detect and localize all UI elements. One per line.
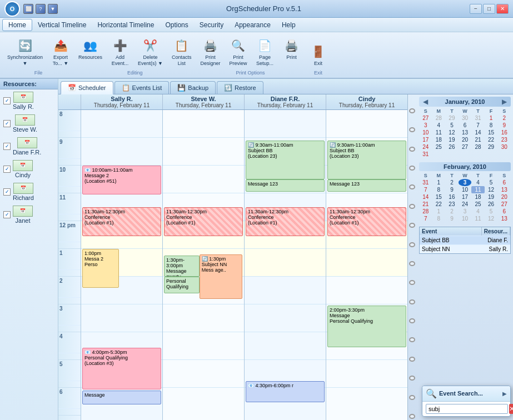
resource-richard[interactable]: ✓ 📅 Richard xyxy=(0,181,58,203)
jan-day[interactable] xyxy=(432,151,446,158)
jan-day[interactable]: 27 xyxy=(419,114,432,122)
feb-day[interactable]: 13 xyxy=(497,186,511,193)
jan-day[interactable]: 21 xyxy=(471,136,485,143)
jan-day[interactable]: 12 xyxy=(445,129,459,136)
add-event-button[interactable]: ➕ AddEvent... xyxy=(107,34,133,69)
feb-day[interactable]: 2 xyxy=(445,179,459,186)
menu-appearance[interactable]: Appearance xyxy=(229,19,276,31)
feb-day[interactable]: 25 xyxy=(471,201,485,208)
exit-button[interactable]: 🚪 Exit xyxy=(306,41,331,69)
event-sally-10am[interactable]: 📧 10:00am-11:00amMessage 2(Location #51) xyxy=(82,166,161,194)
feb-day[interactable]: 1 xyxy=(432,208,446,215)
prev-month-button[interactable]: ◀ xyxy=(421,98,430,106)
feb-selected[interactable]: 11 xyxy=(471,186,485,193)
event-list-row-subjectnn[interactable]: Subject NN Sally R. xyxy=(420,244,510,253)
feb-day[interactable]: 22 xyxy=(432,201,446,208)
feb-day[interactable]: 16 xyxy=(445,193,459,201)
delete-event-button[interactable]: ✂️ DeleteEvent(s) ▼ xyxy=(134,34,167,69)
jan-day[interactable]: 23 xyxy=(497,136,511,143)
jan-day[interactable]: 9 xyxy=(497,122,511,129)
event-sally-4pm[interactable]: 📧 4:00pm-5:30pmPersonal Qualifying(Locat… xyxy=(82,348,161,389)
scheduler-body[interactable]: 8 9 10 11 12 pm 1 2 3 4 5 6 xyxy=(58,110,407,420)
jan-day[interactable]: 15 xyxy=(485,129,498,136)
jan-day[interactable]: 25 xyxy=(432,143,446,151)
menu-options[interactable]: Options xyxy=(160,19,193,31)
feb-day[interactable]: 14 xyxy=(419,193,432,201)
jan-day[interactable]: 10 xyxy=(419,129,432,136)
jan-day[interactable]: 24 xyxy=(419,143,432,151)
feb-day[interactable]: 11 xyxy=(471,215,485,222)
feb-day[interactable]: 28 xyxy=(419,208,432,215)
resource-col-steve[interactable]: 11:30am-12:30pmConference(Location #1) 🔄… xyxy=(162,110,244,420)
feb-day[interactable]: 27 xyxy=(497,201,511,208)
jan-day[interactable]: 16 xyxy=(497,129,511,136)
feb-day[interactable]: 7 xyxy=(419,186,432,193)
feb-day[interactable]: 1 xyxy=(432,179,446,186)
feb-day[interactable]: 23 xyxy=(445,201,459,208)
tab-events-list[interactable]: 📋 Events List xyxy=(114,81,170,94)
tab-scheduler[interactable]: 📅 Scheduler xyxy=(61,81,113,94)
feb-day[interactable]: 10 xyxy=(459,215,472,222)
jan-day[interactable]: 30 xyxy=(497,143,511,151)
menu-home[interactable]: Home xyxy=(2,19,32,31)
jan-day[interactable]: 1 xyxy=(485,114,498,122)
feb-day[interactable]: 17 xyxy=(459,193,472,201)
feb-day[interactable]: 9 xyxy=(445,215,459,222)
jan-day[interactable]: 3 xyxy=(419,122,432,129)
jan-day[interactable]: 26 xyxy=(445,143,459,151)
event-diane-430pm[interactable]: 📧 4:30pm-6:00pm r xyxy=(246,381,325,402)
event-diane-msg123[interactable]: Message 123 xyxy=(246,179,325,192)
feb-day[interactable]: 4 xyxy=(471,179,485,186)
event-cindy-2pm[interactable]: 2:00pm-3:30pmMessagePersonal Qualifying xyxy=(327,306,406,347)
resource-col-diane[interactable]: 🔄 9:30am-11:00amSubject BB(Location 23) … xyxy=(244,110,326,420)
resource-checkbox-diane[interactable]: ✓ xyxy=(3,143,11,150)
feb-day[interactable]: 26 xyxy=(485,201,498,208)
jan-day[interactable]: 29 xyxy=(485,143,498,151)
jan-day[interactable]: 4 xyxy=(432,122,446,129)
toolbar-icon-small3[interactable]: ▼ xyxy=(48,4,58,14)
print-button[interactable]: 🖨️ Print xyxy=(279,34,305,69)
feb-day[interactable]: 9 xyxy=(445,186,459,193)
resource-checkbox-richard[interactable]: ✓ xyxy=(3,188,11,196)
close-button[interactable]: ✕ xyxy=(496,4,509,14)
event-cindy-1130[interactable]: 11:30am-12:30pmConference(Location #1) xyxy=(327,207,406,236)
jan-day[interactable]: 11 xyxy=(432,129,446,136)
resource-steve[interactable]: ✓ 📅 Steve W. xyxy=(0,112,58,135)
feb-day[interactable]: 2 xyxy=(445,208,459,215)
jan-day[interactable]: 17 xyxy=(419,136,432,143)
minimize-button[interactable]: − xyxy=(470,4,482,14)
jan-day[interactable]: 7 xyxy=(471,122,485,129)
jan-day[interactable]: 22 xyxy=(485,136,498,143)
tab-backup[interactable]: 💾 Backup xyxy=(170,81,216,94)
menu-help[interactable]: Help xyxy=(276,19,301,31)
jan-day[interactable]: 14 xyxy=(471,129,485,136)
feb-day[interactable]: 15 xyxy=(432,193,446,201)
feb-day[interactable]: 31 xyxy=(419,179,432,186)
jan-day[interactable]: 19 xyxy=(445,136,459,143)
jan-day[interactable]: 13 xyxy=(459,129,472,136)
feb-day[interactable]: 8 xyxy=(432,186,446,193)
event-search-input[interactable] xyxy=(426,404,508,414)
jan-day[interactable]: 31 xyxy=(419,151,432,158)
resource-checkbox-cindy[interactable]: ✓ xyxy=(3,166,11,173)
feb-day[interactable]: 19 xyxy=(485,193,498,201)
feb-day[interactable]: 21 xyxy=(419,201,432,208)
resource-col-cindy[interactable]: 🔄 9:30am-11:00amSubject BB(Location 23) … xyxy=(326,110,407,420)
resource-diane[interactable]: ✓ 📅 Diane F.R. xyxy=(0,135,58,158)
menu-horizontal-timeline[interactable]: Horizontal Timeline xyxy=(92,19,160,31)
event-steve-msgqwerty[interactable]: 1:30pm-3:00pmMessage qwerty xyxy=(164,256,200,277)
feb-day[interactable]: 12 xyxy=(485,186,498,193)
event-diane-1130[interactable]: 11:30am-12:30pmConference(Location #1) xyxy=(246,207,325,236)
jan-day[interactable] xyxy=(459,151,472,158)
export-button[interactable]: 📤 ExportTo... ▼ xyxy=(48,34,73,69)
menu-security[interactable]: Security xyxy=(194,19,229,31)
jan-day[interactable]: 18 xyxy=(432,136,446,143)
resource-checkbox-steve[interactable]: ✓ xyxy=(3,120,11,127)
event-list-row-subjectbb[interactable]: Subject BB Diane F. xyxy=(420,236,510,244)
event-sally-1pm[interactable]: 1:00pmMessa 2Perso xyxy=(82,249,119,288)
event-search-clear-button[interactable]: ✕ xyxy=(509,404,513,414)
event-sally-message[interactable]: Message xyxy=(82,391,161,404)
toolbar-icon-small[interactable]: ⬜ xyxy=(23,4,33,14)
feb-day[interactable]: 6 xyxy=(497,179,511,186)
page-setup-button[interactable]: 📄 PageSetup... xyxy=(252,34,278,69)
